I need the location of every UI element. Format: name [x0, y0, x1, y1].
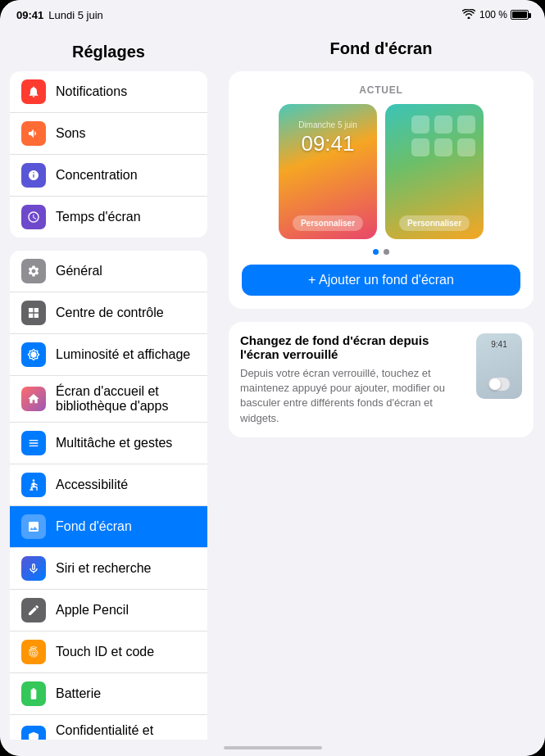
sidebar-item-touch-id[interactable]: Touch ID et code: [10, 632, 207, 673]
fond-ecran-icon: [21, 514, 46, 539]
luminosite-icon: [21, 342, 46, 367]
confidentialite-label: Confidentialité et sécurité: [56, 723, 196, 740]
sidebar-item-sons[interactable]: Sons: [10, 113, 207, 155]
sidebar-item-ecran-accueil[interactable]: Écran d'accueil et bibliothèque d'apps: [10, 376, 207, 423]
sidebar-item-siri[interactable]: Siri et recherche: [10, 548, 207, 590]
personaliser-lock-btn[interactable]: Personnaliser: [293, 215, 363, 231]
sidebar: Réglages Notifications Sons: [0, 29, 217, 740]
actuel-label: ACTUEL: [242, 84, 520, 96]
info-section: Changez de fond d'écran depuis l'écran v…: [229, 322, 534, 437]
centre-controle-icon: [21, 301, 46, 325]
ecran-accueil-label: Écran d'accueil et bibliothèque d'apps: [56, 384, 196, 414]
content-title: Fond d'écran: [217, 29, 545, 71]
apple-pencil-icon: [21, 598, 46, 622]
notifications-label: Notifications: [56, 84, 127, 99]
sidebar-item-general[interactable]: Général: [10, 251, 207, 292]
sidebar-item-centre-controle[interactable]: Centre de contrôle: [10, 292, 207, 334]
home-icon-1: [411, 115, 429, 134]
info-preview-toggle: [488, 378, 510, 391]
sidebar-section-1: Notifications Sons Concentration: [10, 71, 207, 238]
svg-point-0: [33, 479, 35, 482]
home-icon-2: [434, 115, 452, 134]
sidebar-item-fond-ecran[interactable]: Fond d'écran: [10, 506, 207, 548]
batterie-icon: [21, 681, 46, 706]
content-area: Fond d'écran ACTUEL Dimanche 5 juin 09:4…: [217, 29, 545, 740]
sons-label: Sons: [56, 126, 85, 141]
ecran-accueil-icon: [21, 387, 46, 411]
sidebar-item-concentration[interactable]: Concentration: [10, 155, 207, 197]
confidentialite-icon: [21, 726, 46, 740]
battery-icon: 100 %: [479, 9, 529, 20]
dot-2: [384, 249, 389, 255]
sidebar-item-apple-pencil[interactable]: Apple Pencil: [10, 590, 207, 632]
sidebar-item-luminosite[interactable]: Luminosité et affichage: [10, 334, 207, 376]
sons-icon: [21, 121, 46, 146]
general-label: Général: [56, 264, 102, 278]
personaliser-home-btn[interactable]: Personnaliser: [399, 215, 470, 231]
temps-ecran-icon: [21, 205, 46, 229]
sidebar-item-temps-ecran[interactable]: Temps d'écran: [10, 197, 207, 238]
accessibilite-icon: [21, 473, 46, 497]
lock-time: 09:41: [301, 131, 354, 156]
centre-controle-label: Centre de contrôle: [56, 306, 164, 320]
sidebar-item-accessibilite[interactable]: Accessibilité: [10, 464, 207, 506]
status-time: 09:41: [16, 9, 43, 21]
info-preview-time: 9:41: [491, 340, 506, 349]
info-preview-thumbnail: 9:41: [476, 333, 522, 399]
home-bar: [224, 746, 322, 749]
concentration-label: Concentration: [56, 168, 138, 183]
wallpaper-section: ACTUEL Dimanche 5 juin 09:41 Personnalis…: [229, 71, 534, 309]
dot-1: [373, 249, 379, 255]
add-wallpaper-button[interactable]: + Ajouter un fond d'écran: [242, 265, 520, 296]
sidebar-item-batterie[interactable]: Batterie: [10, 673, 207, 715]
info-text-block: Changez de fond d'écran depuis l'écran v…: [240, 333, 465, 426]
home-icon-3: [457, 115, 475, 134]
multitache-label: Multitâche et gestes: [56, 436, 172, 450]
concentration-icon: [21, 163, 46, 188]
notifications-icon: [21, 79, 46, 104]
wifi-icon: [462, 9, 475, 21]
home-screen-preview[interactable]: Personnaliser: [385, 104, 484, 239]
home-icon-4: [411, 138, 429, 156]
apple-pencil-label: Apple Pencil: [56, 603, 129, 618]
lock-screen-preview[interactable]: Dimanche 5 juin 09:41 Personnaliser: [279, 104, 377, 239]
home-indicator: [0, 740, 545, 756]
touch-id-icon: [21, 640, 46, 664]
siri-icon: [21, 556, 46, 581]
sidebar-item-notifications[interactable]: Notifications: [10, 71, 207, 113]
status-right: 100 %: [462, 9, 529, 21]
batterie-label: Batterie: [56, 686, 101, 701]
home-icon-6: [457, 138, 475, 156]
wallpaper-previews: Dimanche 5 juin 09:41 Personnaliser: [242, 104, 520, 239]
sidebar-title: Réglages: [0, 36, 217, 71]
temps-ecran-label: Temps d'écran: [56, 210, 141, 224]
device-frame: 09:41 Lundi 5 juin 100 %: [0, 0, 545, 756]
home-screen-icons: [411, 115, 475, 156]
sidebar-section-2: Général Centre de contrôle Luminosité et…: [10, 251, 207, 740]
sidebar-item-confidentialite[interactable]: Confidentialité et sécurité: [10, 715, 207, 740]
info-title: Changez de fond d'écran depuis l'écran v…: [240, 333, 465, 361]
home-icon-5: [434, 138, 452, 156]
status-date: Lundi 5 juin: [48, 9, 103, 21]
luminosite-label: Luminosité et affichage: [56, 347, 190, 362]
sidebar-item-multitache[interactable]: Multitâche et gestes: [10, 423, 207, 464]
accessibilite-label: Accessibilité: [56, 478, 128, 492]
multitache-icon: [21, 431, 46, 455]
info-desc: Depuis votre écran verrouillé, touchez e…: [240, 366, 465, 426]
general-icon: [21, 259, 46, 283]
status-bar: 09:41 Lundi 5 juin 100 %: [0, 0, 545, 29]
carousel-dots: [242, 249, 520, 255]
main-layout: Réglages Notifications Sons: [0, 29, 545, 740]
siri-label: Siri et recherche: [56, 561, 152, 576]
touch-id-label: Touch ID et code: [56, 645, 154, 659]
fond-ecran-label: Fond d'écran: [56, 519, 132, 534]
